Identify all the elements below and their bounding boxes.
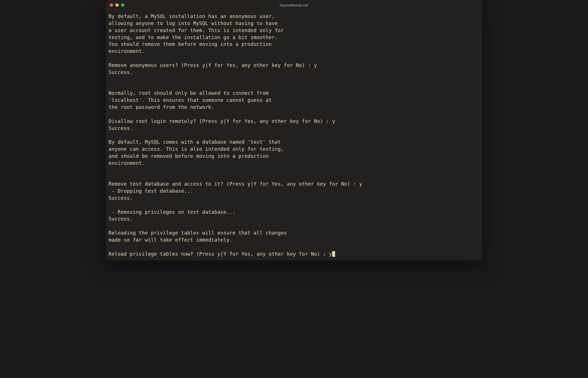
terminal-line: environment. [109, 48, 479, 55]
terminal-line [109, 132, 479, 139]
window-title: heyvaldemar.net [280, 3, 308, 7]
title-bar: heyvaldemar.net [106, 0, 482, 10]
terminal-line [109, 76, 479, 83]
close-icon[interactable] [110, 3, 113, 7]
terminal-window: heyvaldemar.net By default, a MySQL inst… [106, 0, 482, 260]
terminal-line: the root password from the network. [109, 104, 479, 111]
traffic-lights [110, 3, 124, 7]
terminal-line: allowing anyone to log into MySQL withou… [109, 20, 479, 27]
terminal-prompt-line: Reload privilege tables now? (Press y|Y … [109, 251, 332, 257]
terminal-line: Remove anonymous users? (Press y|Y for Y… [109, 62, 479, 69]
terminal-line: Normally, root should only be allowed to… [109, 90, 479, 97]
terminal-line: Success. [109, 69, 479, 76]
terminal-line: - Removing privileges on test database..… [109, 209, 479, 216]
terminal-line: made so far will take effect immediately… [109, 237, 479, 244]
terminal-line: anyone can access. This is also intended… [109, 146, 479, 153]
terminal-line: Remove test database and access to it? (… [109, 181, 479, 188]
terminal-line: a user account created for them. This is… [109, 27, 479, 34]
terminal-line [109, 202, 479, 209]
terminal-line: Success. [109, 215, 479, 222]
maximize-icon[interactable] [121, 3, 124, 7]
terminal-line: Success. [109, 195, 479, 202]
terminal-line: testing, and to make the installation go… [109, 34, 479, 41]
cursor-icon [332, 251, 335, 257]
minimize-icon[interactable] [115, 3, 119, 7]
terminal-line: Success. [109, 125, 479, 132]
terminal-line [109, 244, 479, 251]
terminal-line [109, 55, 479, 62]
terminal-line: By default, MySQL comes with a database … [109, 139, 479, 146]
terminal-line [109, 111, 479, 118]
terminal-line: environment. [109, 160, 479, 167]
terminal-line [109, 222, 479, 230]
terminal-line: Disallow root login remotely? (Press y|Y… [109, 118, 479, 125]
terminal-line: 'localhost'. This ensures that someone c… [109, 97, 479, 104]
terminal-content[interactable]: By default, a MySQL installation has an … [106, 10, 482, 260]
terminal-line: and should be removed before moving into… [109, 153, 479, 160]
terminal-line: - Dropping test database... [109, 188, 479, 195]
terminal-line: By default, a MySQL installation has an … [109, 13, 479, 20]
terminal-line: Reloading the privilege tables will ensu… [109, 230, 479, 237]
terminal-line [109, 83, 479, 90]
terminal-line [109, 174, 479, 181]
terminal-line [109, 167, 479, 174]
terminal-line: You should remove them before moving int… [109, 41, 479, 48]
